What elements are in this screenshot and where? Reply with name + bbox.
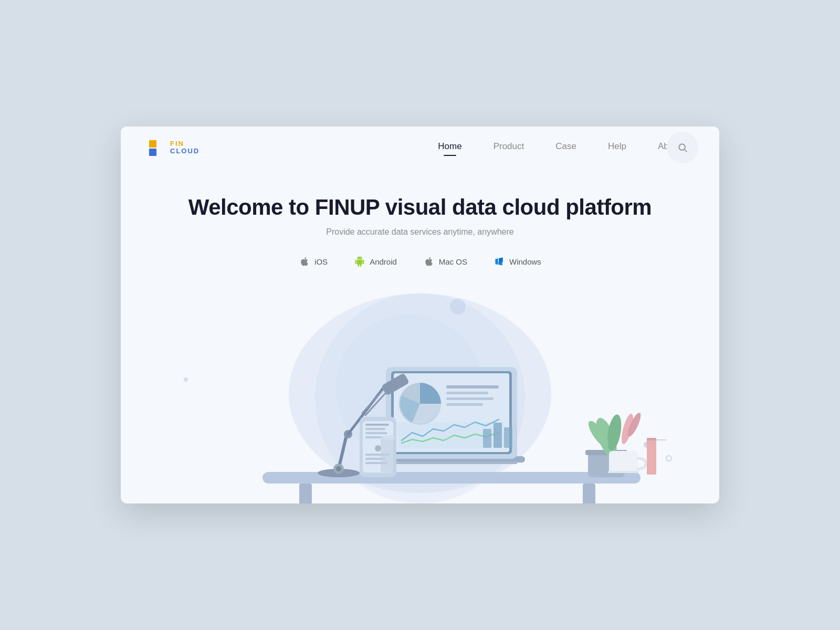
nav-item-home[interactable]: Home bbox=[438, 141, 461, 154]
nav-item-help[interactable]: Help bbox=[608, 141, 626, 154]
svg-rect-61 bbox=[381, 438, 396, 472]
nav-item-product[interactable]: Product bbox=[494, 141, 524, 154]
svg-rect-21 bbox=[446, 403, 483, 406]
svg-rect-10 bbox=[583, 484, 595, 503]
platform-ios[interactable]: iOS bbox=[299, 256, 328, 267]
hero-title: Welcome to FINUP visual data cloud platf… bbox=[142, 195, 698, 220]
hero-subtitle: Provide accurate data services anytime, … bbox=[142, 227, 698, 237]
platform-list: iOS Android Mac OS bbox=[142, 256, 698, 267]
svg-point-35 bbox=[336, 466, 341, 471]
platform-macos[interactable]: Mac OS bbox=[423, 256, 467, 267]
svg-rect-40 bbox=[365, 432, 387, 434]
hero-section: Welcome to FINUP visual data cloud platf… bbox=[121, 169, 719, 267]
logo[interactable]: FIN CLOUD bbox=[147, 138, 200, 157]
svg-point-42 bbox=[375, 445, 381, 452]
browser-window: FIN CLOUD Home Product Case Help About u… bbox=[121, 127, 719, 503]
svg-rect-23 bbox=[483, 429, 491, 448]
svg-rect-26 bbox=[386, 461, 517, 464]
svg-point-62 bbox=[381, 435, 396, 440]
svg-rect-54 bbox=[609, 451, 638, 473]
logo-text: FIN CLOUD bbox=[170, 140, 200, 155]
svg-rect-60 bbox=[647, 438, 656, 440]
desk-illustration bbox=[184, 283, 656, 503]
svg-rect-24 bbox=[494, 423, 502, 448]
platform-android-label: Android bbox=[370, 257, 397, 266]
svg-rect-1 bbox=[149, 143, 156, 145]
illustration-area bbox=[121, 283, 719, 503]
windows-icon bbox=[494, 256, 505, 267]
svg-rect-19 bbox=[446, 392, 488, 394]
platform-ios-label: iOS bbox=[314, 257, 328, 266]
header: FIN CLOUD Home Product Case Help About u… bbox=[121, 127, 719, 169]
platform-windows[interactable]: Windows bbox=[494, 256, 541, 267]
platform-macos-label: Mac OS bbox=[439, 257, 467, 266]
svg-rect-20 bbox=[446, 397, 494, 400]
svg-rect-9 bbox=[299, 484, 312, 503]
svg-rect-25 bbox=[504, 427, 512, 448]
svg-rect-55 bbox=[608, 471, 639, 473]
apple-icon bbox=[299, 256, 310, 267]
platform-windows-label: Windows bbox=[509, 257, 541, 266]
logo-fin: FIN bbox=[170, 140, 200, 148]
search-button[interactable] bbox=[667, 132, 698, 163]
logo-cloud: CLOUD bbox=[170, 148, 200, 155]
svg-rect-56 bbox=[647, 438, 656, 475]
android-icon bbox=[354, 256, 365, 267]
nav-item-case[interactable]: Case bbox=[555, 141, 576, 154]
deco-circle-bottom bbox=[666, 455, 672, 461]
svg-line-5 bbox=[685, 150, 687, 152]
svg-point-4 bbox=[679, 144, 685, 150]
mac-icon bbox=[423, 256, 435, 267]
main-nav: Home Product Case Help About us bbox=[438, 141, 693, 154]
platform-android[interactable]: Android bbox=[354, 256, 397, 267]
svg-rect-18 bbox=[446, 385, 499, 388]
svg-rect-38 bbox=[365, 424, 389, 426]
search-icon bbox=[677, 142, 688, 153]
svg-rect-39 bbox=[365, 428, 385, 430]
svg-rect-3 bbox=[149, 152, 154, 154]
